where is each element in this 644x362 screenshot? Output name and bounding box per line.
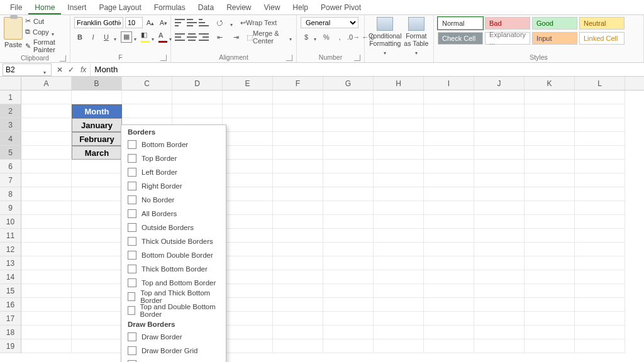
style-input[interactable]: Input (532, 32, 577, 45)
cell[interactable] (223, 104, 273, 118)
cell[interactable] (374, 229, 424, 243)
cell[interactable] (323, 90, 374, 104)
underline-dd[interactable] (114, 35, 119, 40)
borders-dd[interactable] (134, 35, 139, 40)
cell[interactable] (273, 270, 323, 284)
fill-color-dd[interactable] (152, 35, 157, 40)
cell[interactable] (474, 187, 525, 201)
row-header[interactable]: 9 (0, 201, 21, 215)
cell[interactable] (21, 118, 72, 132)
align-right-button[interactable] (199, 33, 209, 41)
cell[interactable] (474, 229, 525, 243)
column-header[interactable]: L (575, 77, 625, 90)
cell[interactable] (21, 201, 72, 215)
cell[interactable]: February (72, 132, 122, 146)
cell[interactable] (525, 326, 575, 339)
column-header[interactable]: J (474, 77, 525, 90)
cell[interactable] (21, 229, 72, 243)
cell[interactable] (72, 173, 122, 187)
menu-item-bottom-double-border[interactable]: Bottom Double Border (121, 248, 226, 262)
cell[interactable]: Month (72, 104, 122, 118)
cell[interactable] (223, 90, 273, 104)
cell[interactable] (474, 298, 525, 312)
cell[interactable] (575, 326, 625, 339)
cell[interactable] (474, 312, 525, 326)
cell[interactable] (223, 256, 273, 270)
cell[interactable] (575, 160, 625, 173)
cell[interactable] (323, 256, 374, 270)
cell[interactable] (223, 201, 273, 215)
cell[interactable] (474, 243, 525, 256)
cell[interactable] (474, 90, 525, 104)
cell[interactable]: January (72, 118, 122, 132)
cell[interactable] (474, 256, 525, 270)
cell[interactable] (525, 201, 575, 215)
cell[interactable] (474, 284, 525, 298)
copy-button[interactable]: ⧉ Copy (25, 28, 66, 36)
cell[interactable] (122, 104, 172, 118)
cell[interactable] (474, 215, 525, 229)
cell[interactable] (21, 256, 72, 270)
row-header[interactable]: 6 (0, 160, 21, 173)
paste-icon[interactable] (4, 17, 23, 40)
cell[interactable] (273, 160, 323, 173)
select-all-corner[interactable] (0, 77, 21, 90)
cell[interactable] (525, 243, 575, 256)
cell[interactable] (575, 298, 625, 312)
menu-item-right-border[interactable]: Right Border (121, 179, 226, 193)
borders-button[interactable]: ▦ (121, 31, 132, 43)
cell[interactable] (21, 298, 72, 312)
cell[interactable] (424, 146, 474, 160)
cell[interactable] (525, 132, 575, 146)
cell[interactable] (575, 284, 625, 298)
cell[interactable] (21, 173, 72, 187)
italic-button[interactable]: I (87, 31, 99, 43)
cell[interactable] (323, 187, 374, 201)
style-explanatory-[interactable]: Explanatory ... (485, 32, 530, 45)
cell[interactable] (273, 118, 323, 132)
cell[interactable] (424, 132, 474, 146)
orientation-dd[interactable] (230, 20, 235, 25)
cut-button[interactable]: ✂ Cut (25, 17, 66, 25)
cell[interactable] (21, 339, 72, 353)
cell[interactable] (424, 229, 474, 243)
row-header[interactable]: 5 (0, 146, 21, 160)
cell[interactable] (424, 312, 474, 326)
accounting-button[interactable]: $ (301, 31, 312, 43)
style-check-cell[interactable]: Check Cell (438, 32, 483, 45)
cell[interactable] (72, 243, 122, 256)
conditional-formatting-button[interactable]: Conditional Formatting (369, 17, 402, 53)
row-header[interactable]: 2 (0, 104, 21, 118)
cell[interactable] (223, 173, 273, 187)
menu-item-no-border[interactable]: No Border (121, 193, 226, 207)
row-header[interactable]: 1 (0, 90, 21, 104)
menu-item-draw-border-grid[interactable]: Draw Border Grid (121, 344, 226, 358)
cell[interactable] (525, 284, 575, 298)
cell[interactable] (72, 298, 122, 312)
cell[interactable] (374, 243, 424, 256)
cell[interactable] (223, 229, 273, 243)
menu-item-top-and-double-bottom-border[interactable]: Top and Double Bottom Border (121, 304, 226, 317)
cell[interactable] (21, 146, 72, 160)
cell[interactable] (72, 187, 122, 201)
tab-review[interactable]: Review (220, 1, 257, 14)
cell[interactable] (223, 270, 273, 284)
tab-view[interactable]: View (258, 1, 287, 14)
cell[interactable] (424, 256, 474, 270)
cell[interactable] (72, 284, 122, 298)
column-header[interactable]: G (323, 77, 374, 90)
align-bottom-button[interactable] (199, 19, 209, 26)
cell[interactable] (223, 284, 273, 298)
cell[interactable] (424, 201, 474, 215)
cell[interactable] (273, 312, 323, 326)
cell[interactable] (525, 215, 575, 229)
cell[interactable] (424, 90, 474, 104)
cell[interactable] (323, 215, 374, 229)
dialog-launcher-icon[interactable] (60, 55, 66, 62)
row-header[interactable]: 15 (0, 284, 21, 298)
row-header[interactable]: 12 (0, 243, 21, 256)
menu-item-draw-border[interactable]: Draw Border (121, 330, 226, 344)
menu-item-bottom-border[interactable]: Bottom Border (121, 138, 226, 151)
cell[interactable] (474, 173, 525, 187)
font-size-combo[interactable] (125, 17, 143, 28)
